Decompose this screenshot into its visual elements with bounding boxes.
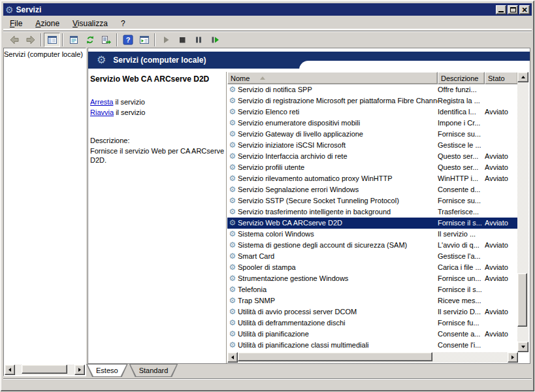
show-console-tree-button[interactable]: [44, 33, 60, 47]
service-row[interactable]: ⚙Servizio di notifica SPPOffre funzi...: [227, 84, 518, 95]
scrollbar-track[interactable]: [238, 352, 508, 363]
minimize-button[interactable]: [496, 5, 506, 14]
toolbar-separator: [116, 33, 118, 46]
service-row[interactable]: ⚙Servizio di registrazione Microsoft per…: [227, 95, 518, 106]
service-row[interactable]: ⚙Spooler di stampaCarica i file ...Avvia…: [227, 262, 518, 273]
menu-visualizza[interactable]: Visualizza: [66, 18, 114, 29]
help-icon: ?: [123, 35, 133, 45]
tab-standard[interactable]: Standard: [129, 364, 178, 377]
scrollbar-thumb[interactable]: [517, 273, 527, 327]
service-row[interactable]: ⚙Servizio trasferimento intelligente in …: [227, 206, 518, 218]
service-gear-icon: ⚙: [227, 340, 238, 351]
list-header: Nome Descrizione Stato: [227, 72, 518, 84]
stop-service-icon: [177, 35, 187, 45]
service-description-cell: Gestisce le ...: [438, 140, 485, 151]
column-header-descrizione[interactable]: Descrizione: [438, 72, 485, 84]
scroll-left-button[interactable]: [227, 352, 238, 363]
back-icon: [9, 35, 20, 45]
menu-azione[interactable]: Azione: [29, 18, 66, 29]
refresh-button[interactable]: [82, 33, 98, 47]
service-name-cell: Servizio trasferimento intelligente in b…: [238, 206, 438, 218]
properties-button[interactable]: [65, 33, 82, 47]
menu-help[interactable]: ?: [114, 18, 132, 29]
service-row[interactable]: ⚙Utilità di avvio processi server DCOMIl…: [227, 306, 518, 318]
service-description-cell: Trasferisce...: [438, 206, 485, 218]
service-row[interactable]: ⚙Servizio rilevamento automatico proxy W…: [227, 173, 518, 184]
scrollbar-thumb[interactable]: [22, 365, 67, 374]
stop-service-suffix: il servizio: [113, 98, 144, 106]
stop-service-link[interactable]: Arresta: [90, 98, 113, 106]
view-tabs: Esteso Standard: [86, 364, 179, 377]
service-row[interactable]: ⚙Utilità di pianificazione classi multim…: [227, 340, 518, 351]
service-status-cell: Avviato: [485, 306, 518, 318]
service-row[interactable]: ⚙Servizio Web CA ARCserve D2DFornisce il…: [227, 218, 518, 229]
maximize-button[interactable]: [508, 5, 518, 14]
description-label: Descrizione:: [90, 137, 225, 144]
service-row[interactable]: ⚙Sistema colori WindowsIl servizio ...: [227, 229, 518, 240]
service-description-cell: Fornisce fu...: [438, 318, 485, 329]
scroll-up-button[interactable]: [517, 72, 528, 82]
service-row[interactable]: ⚙Strumentazione gestione WindowsFornisce…: [227, 273, 518, 284]
restart-service-link[interactable]: Riavvia: [90, 108, 114, 116]
column-header-nome[interactable]: Nome: [227, 72, 438, 84]
service-row[interactable]: ⚙Servizio Segnalazione errori WindowsCon…: [227, 184, 518, 195]
export-list-button[interactable]: [98, 33, 114, 47]
scrollbar-track[interactable]: [15, 365, 74, 375]
service-status-cell: [485, 318, 518, 329]
stop-service-button[interactable]: [174, 33, 190, 47]
window-title: Servizi: [16, 5, 42, 14]
service-row[interactable]: ⚙Servizio iniziatore iSCSI MicrosoftGest…: [227, 140, 518, 151]
service-row[interactable]: ⚙Servizio Gateway di livello applicazion…: [227, 129, 518, 140]
extended-view-button[interactable]: [136, 33, 152, 47]
tab-label: Esteso: [96, 367, 118, 374]
service-row[interactable]: ⚙Servizio Elenco retiIdentifica l...Avvi…: [227, 106, 518, 118]
scrollbar-thumb[interactable]: [238, 352, 432, 361]
list-horizontal-scrollbar[interactable]: [227, 352, 518, 363]
status-bar: [3, 378, 532, 389]
service-row[interactable]: ⚙Smart CardGestisce l'a...: [227, 251, 518, 262]
service-row[interactable]: ⚙Servizio enumeratore dispositivi mobili…: [227, 118, 518, 129]
service-name-cell: Sistema di gestione degli account di sic…: [238, 240, 438, 251]
close-button[interactable]: ✕: [519, 5, 530, 14]
service-status-cell: Avviato: [485, 262, 518, 273]
column-header-stato[interactable]: Stato: [485, 72, 518, 84]
service-description-cell: Identifica l...: [438, 106, 485, 118]
forward-button[interactable]: [22, 33, 39, 47]
scroll-down-button[interactable]: [517, 342, 528, 352]
service-row[interactable]: ⚙Servizio profili utenteQuesto ser...Avv…: [227, 162, 518, 173]
service-list-rows: ⚙Servizio di notifica SPPOffre funzi...⚙…: [227, 84, 518, 351]
service-row[interactable]: ⚙Servizio Interfaccia archivio di reteQu…: [227, 151, 518, 162]
help-button[interactable]: ?: [120, 33, 136, 47]
menu-file[interactable]: File: [3, 18, 29, 29]
service-gear-icon: ⚙: [227, 306, 238, 318]
scroll-right-button[interactable]: [508, 352, 518, 363]
console-tree-panel: Servizi (computer locale): [3, 48, 86, 376]
banner-rounded-corner: [299, 61, 530, 71]
tab-esteso[interactable]: Esteso: [86, 364, 128, 377]
service-name-cell: Servizio di notifica SPP: [238, 84, 438, 95]
service-row[interactable]: ⚙TelefoniaFornisce il s...: [227, 284, 518, 295]
service-row[interactable]: ⚙Utilità di deframmentazione dischiForni…: [227, 318, 518, 329]
tree-horizontal-scrollbar[interactable]: [5, 365, 85, 375]
service-gear-icon: ⚙: [227, 151, 238, 162]
service-gear-icon: ⚙: [227, 140, 238, 151]
service-name-cell: Utilità di pianificazione: [238, 329, 438, 340]
scroll-right-button[interactable]: [74, 365, 85, 375]
service-row[interactable]: ⚙Trap SNMPRiceve mes...: [227, 295, 518, 306]
scrollbar-track[interactable]: [517, 82, 528, 342]
service-gear-icon: ⚙: [227, 118, 238, 129]
service-row[interactable]: ⚙Servizio SSTP (Secure Socket Tunneling …: [227, 195, 518, 206]
pause-service-button[interactable]: [190, 33, 206, 47]
tree-item-services-root[interactable]: Servizi (computer locale): [3, 50, 84, 59]
start-service-button[interactable]: [157, 33, 174, 47]
service-description-cell: Riceve mes...: [438, 295, 485, 306]
restart-service-button[interactable]: [206, 33, 223, 47]
service-row[interactable]: ⚙Utilità di pianificazioneConsente a...A…: [227, 329, 518, 340]
scroll-left-button[interactable]: [5, 365, 15, 375]
list-vertical-scrollbar[interactable]: [517, 72, 528, 352]
service-name-cell: Servizio enumeratore dispositivi mobili: [238, 118, 438, 129]
service-row[interactable]: ⚙Sistema di gestione degli account di si…: [227, 240, 518, 251]
service-description-cell: Fornisce il s...: [438, 218, 485, 229]
back-button[interactable]: [6, 33, 22, 47]
stop-service-line: Arresta il servizio: [90, 97, 225, 107]
